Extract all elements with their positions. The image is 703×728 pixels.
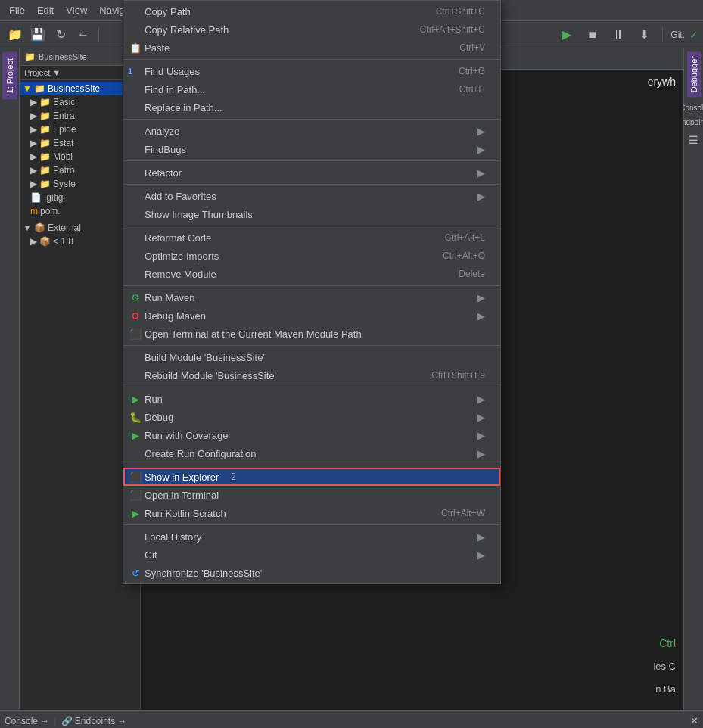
menu-debug-maven[interactable]: ⚙ Debug Maven ▶ xyxy=(123,306,500,325)
menu-findbugs[interactable]: FindBugs ▶ xyxy=(123,140,500,158)
open-folder-button[interactable]: 📁 xyxy=(5,24,26,45)
tree-item-label: Basic xyxy=(53,97,75,107)
tree-item-label: Entra xyxy=(53,110,75,121)
menu-show-in-explorer[interactable]: ⬛ Show in Explorer 2 xyxy=(123,468,500,486)
tree-item-label: Epide xyxy=(53,124,76,135)
coverage-icon: ▶ xyxy=(129,429,142,441)
file-icon: 📄 xyxy=(30,192,42,203)
endpoints-tab-btn[interactable]: 🔗 Endpoints → xyxy=(61,716,127,726)
separator-8 xyxy=(123,387,500,387)
back-button[interactable]: ← xyxy=(73,24,94,45)
menu-label: Show in Explorer xyxy=(145,471,219,483)
debugger-tab[interactable]: Debugger xyxy=(687,51,701,97)
separator-7 xyxy=(123,345,500,346)
menu-optimize-imports[interactable]: Optimize Imports Ctrl+Alt+O xyxy=(123,247,500,265)
folder-icon: 📁 xyxy=(39,179,51,189)
console-tab-btn[interactable]: Console → xyxy=(5,716,49,726)
menu-label: Open Terminal at the Current Maven Modul… xyxy=(145,328,362,340)
menu-rebuild-module[interactable]: Rebuild Module 'BusinessSite' Ctrl+Shift… xyxy=(123,366,500,384)
tree-item-label: Mobi xyxy=(53,151,73,162)
project-dropdown[interactable]: Project ▼ xyxy=(24,68,61,77)
show-in-explorer-number: 2 xyxy=(231,471,236,482)
folder-icon: 📁 xyxy=(39,124,51,135)
menu-find-in-path[interactable]: Find in Path... Ctrl+H xyxy=(123,80,500,98)
menu-label: Local History xyxy=(145,531,201,543)
menu-label: Debug Maven xyxy=(145,310,206,322)
git-checkmark: ✓ xyxy=(689,29,698,41)
menu-analyze[interactable]: Analyze ▶ xyxy=(123,122,500,140)
kotlin-icon: ▶ xyxy=(129,507,142,519)
menu-label: Refactor xyxy=(145,167,182,179)
step-button[interactable]: ⬇ xyxy=(633,24,655,45)
menu-file[interactable]: File xyxy=(3,0,31,20)
toolbar-separator xyxy=(98,27,99,42)
menu-git[interactable]: Git ▶ xyxy=(123,546,500,564)
sync-icon: ↺ xyxy=(129,567,142,579)
tree-item-label: Estat xyxy=(53,138,73,148)
run-icon: ▶ xyxy=(129,393,142,405)
submenu-arrow-icon: ▶ xyxy=(477,191,485,202)
menu-run-kotlin-scratch[interactable]: ▶ Run Kotlin Scratch Ctrl+Alt+W xyxy=(123,504,500,522)
save-button[interactable]: 💾 xyxy=(27,24,48,45)
menu-shortcut: Ctrl+Alt+W xyxy=(441,508,485,518)
stop-button[interactable]: ■ xyxy=(582,24,603,45)
menu-edit[interactable]: Edit xyxy=(31,0,60,20)
menu-refactor[interactable]: Refactor ▶ xyxy=(123,163,500,182)
menu-label: Open in Terminal xyxy=(145,490,219,501)
menu-paste[interactable]: 📋 Paste Ctrl+V xyxy=(123,39,500,57)
right-side-panel: Debugger Console Endpoints ☰ xyxy=(683,48,703,710)
folder-icon: 📁 xyxy=(39,138,51,148)
menu-synchronize[interactable]: ↺ Synchronize 'BusinessSite' xyxy=(123,564,500,582)
menu-copy-path[interactable]: Copy Path Ctrl+Shift+C xyxy=(123,2,500,20)
menu-reformat-code[interactable]: Reformat Code Ctrl+Alt+L xyxy=(123,229,500,247)
refresh-button[interactable]: ↻ xyxy=(50,24,71,45)
project-panel-tab[interactable]: 1: Project xyxy=(2,51,17,99)
submenu-arrow-icon: ▶ xyxy=(477,448,485,459)
menu-label: Add to Favorites xyxy=(145,191,216,202)
menu-show-thumbnails[interactable]: Show Image Thumbnails xyxy=(123,205,500,223)
menu-remove-module[interactable]: Remove Module Delete xyxy=(123,265,500,283)
menu-run[interactable]: ▶ Run ▶ xyxy=(123,390,500,408)
menu-copy-relative-path[interactable]: Copy Relative Path Ctrl+Alt+Shift+C xyxy=(123,20,500,39)
submenu-arrow-icon: ▶ xyxy=(477,167,485,179)
menu-debug[interactable]: 🐛 Debug ▶ xyxy=(123,408,500,426)
menu-open-in-terminal[interactable]: ⬛ Open in Terminal xyxy=(123,486,500,504)
tree-item-label: External xyxy=(48,222,81,233)
menu-run-with-coverage[interactable]: ▶ Run with Coverage ▶ xyxy=(123,426,500,444)
submenu-arrow-icon: ▶ xyxy=(477,412,485,423)
separator-6 xyxy=(123,285,500,286)
folder-icon: 📁 xyxy=(39,151,51,162)
menu-open-terminal-maven[interactable]: ⬛ Open Terminal at the Current Maven Mod… xyxy=(123,325,500,343)
menu-shortcut: Ctrl+H xyxy=(459,84,485,95)
separator-4 xyxy=(123,184,500,185)
separator-1 xyxy=(123,59,500,60)
menu-run-maven[interactable]: ⚙ Run Maven ▶ xyxy=(123,288,500,306)
external-libs-icon: 📦 xyxy=(34,222,45,233)
folder-icon: 📁 xyxy=(34,83,45,94)
menu-label: Synchronize 'BusinessSite' xyxy=(145,568,262,579)
terminal-maven-icon: ⬛ xyxy=(129,328,142,340)
menu-shortcut: Ctrl+Alt+L xyxy=(445,232,485,243)
menu-add-favorites[interactable]: Add to Favorites ▶ xyxy=(123,187,500,205)
close-bottom-panel-btn[interactable]: ✕ xyxy=(690,715,698,726)
menu-view[interactable]: View xyxy=(60,0,93,20)
menu-create-run-configuration[interactable]: Create Run Configuration ▶ xyxy=(123,444,500,462)
panel-menu-icon[interactable]: ☰ xyxy=(686,132,701,148)
menu-shortcut: Ctrl+Shift+C xyxy=(436,6,485,17)
menu-label: Remove Module xyxy=(145,269,216,280)
menu-local-history[interactable]: Local History ▶ xyxy=(123,527,500,546)
menu-label: Git xyxy=(145,549,157,561)
menu-label: Find in Path... xyxy=(145,84,205,95)
menu-find-usages[interactable]: 1 Find Usages Ctrl+G xyxy=(123,62,500,80)
pause-button[interactable]: ⏸ xyxy=(608,24,629,45)
run-button[interactable]: ▶ xyxy=(556,24,577,45)
debug-maven-icon: ⚙ xyxy=(129,310,142,322)
menu-build-module[interactable]: Build Module 'BusinessSite' xyxy=(123,348,500,366)
menu-shortcut: Ctrl+Alt+O xyxy=(443,250,485,261)
folder-icon: 📁 xyxy=(39,110,51,121)
separator-5 xyxy=(123,226,500,226)
terminal2-icon: ⬛ xyxy=(129,489,142,501)
menu-shortcut: Ctrl+Shift+F9 xyxy=(431,370,485,381)
project-folder-icon: 📁 xyxy=(24,51,36,62)
menu-replace-in-path[interactable]: Replace in Path... xyxy=(123,98,500,117)
